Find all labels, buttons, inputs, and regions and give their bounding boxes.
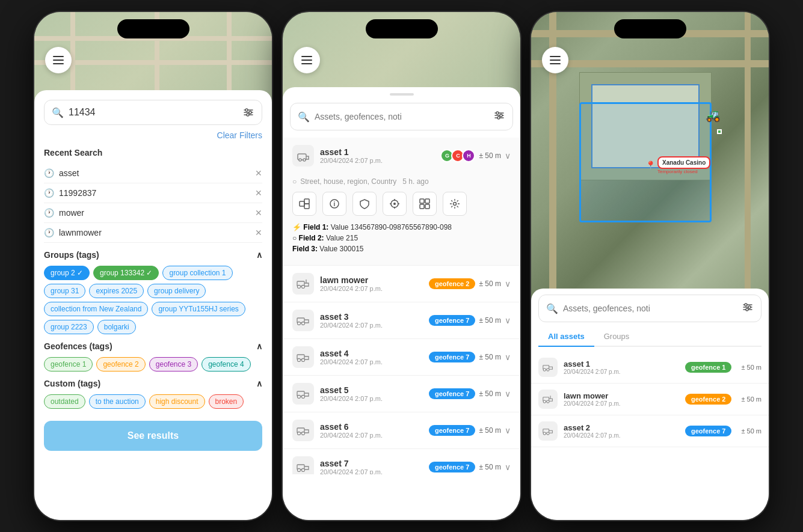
svg-rect-42 [420, 204, 424, 209]
custom-title: Custom (tags) ∧ [44, 379, 262, 388]
recent-remove-lawnmower[interactable]: ✕ [255, 228, 262, 237]
tag-collection-nz[interactable]: collection from New Zealand [44, 302, 148, 316]
svg-point-51 [302, 322, 305, 325]
tab-all-assets[interactable]: All assets [538, 327, 594, 347]
tag-outdated[interactable]: outdated [44, 394, 85, 409]
recent-item-lawnmower[interactable]: 🕐 lawnmower ✕ [44, 223, 262, 243]
mini-accuracy-asset2: ± 50 m [741, 427, 761, 435]
svg-point-25 [497, 117, 500, 119]
expanded-details-asset1: ○ Street, house, region, Country 5 h. ag… [292, 173, 511, 258]
result-date-asset6: 20/04/2024 2:07 p.m. [320, 432, 423, 439]
result-item-asset5[interactable]: asset 5 20/04/2024 2:07 p.m. geofence 7 … [283, 376, 520, 412]
svg-rect-41 [425, 199, 429, 203]
recent-item-11992837[interactable]: 🕐 11992837 ✕ [44, 183, 262, 203]
accuracy-asset7: ± 50 m [479, 463, 501, 471]
avatar-h: H [462, 149, 475, 162]
recent-remove-mower[interactable]: ✕ [255, 208, 262, 218]
result-right-asset4: geofence 7 ± 50 m ∨ [429, 352, 511, 362]
action-grid-btn[interactable] [413, 192, 437, 216]
custom-section: Custom (tags) ∧ outdated to the auction … [44, 379, 262, 409]
result-name-asset7: asset 7 [320, 459, 423, 468]
svg-point-3 [245, 109, 248, 111]
action-info-btn[interactable]: i [322, 192, 346, 216]
search-input-3[interactable] [563, 304, 737, 313]
tag-group-collection1[interactable]: group collection 1 [162, 266, 232, 280]
hamburger-button-2[interactable] [294, 47, 320, 73]
clear-filters-button[interactable]: Clear Filters [217, 130, 262, 140]
custom-collapse-icon[interactable]: ∧ [256, 379, 262, 388]
search-input-1[interactable] [69, 107, 238, 118]
tag-geofence2[interactable]: geofence 2 [96, 357, 145, 371]
result-item-asset1[interactable]: asset 1 20/04/2024 2:07 p.m. G C H ± 50 … [283, 138, 520, 266]
mini-result-asset2[interactable]: asset 2 20/04/2024 2:07 p.m. geofence 7 … [531, 415, 769, 447]
tag-broken[interactable]: broken [209, 394, 244, 409]
tag-geofence3[interactable]: geofence 3 [149, 357, 198, 371]
search-icon-1: 🔍 [52, 107, 64, 118]
action-shapes-btn[interactable] [292, 192, 316, 216]
recent-remove-11992837[interactable]: ✕ [255, 188, 262, 198]
action-settings-btn[interactable] [443, 192, 467, 216]
geofences-collapse-icon[interactable]: ∧ [256, 341, 262, 351]
result-item-lawnmower[interactable]: lawn mower 20/04/2024 2:07 p.m. geofence… [283, 266, 520, 302]
tag-group31[interactable]: group 31 [44, 284, 85, 298]
field2-label: Field 2: [299, 234, 324, 242]
search-filter-panel: 🔍 Clear Filters Recent Search [34, 90, 272, 520]
groups-collapse-icon[interactable]: ∧ [256, 250, 262, 260]
tag-to-auction[interactable]: to the auction [89, 394, 146, 409]
mini-result-lawnmower[interactable]: lawn mower 20/04/2024 2:07 p.m. geofence… [531, 384, 769, 415]
result-item-asset4[interactable]: asset 4 20/04/2024 2:07 p.m. geofence 7 … [283, 339, 520, 376]
hamburger-button-1[interactable] [45, 47, 72, 73]
recent-item-mower[interactable]: 🕐 mower ✕ [44, 203, 262, 223]
action-shield-btn[interactable] [352, 192, 377, 216]
results-panel-2: 🔍 [283, 87, 520, 520]
see-results-button[interactable]: See results [44, 421, 262, 451]
filter-button-1[interactable] [242, 106, 254, 118]
tag-group2[interactable]: group 2 ✓ [44, 266, 90, 280]
tab-groups[interactable]: Groups [594, 327, 639, 346]
recent-item-asset[interactable]: 🕐 asset ✕ [44, 164, 262, 183]
svg-rect-29 [300, 201, 304, 206]
results-panel-3: 🔍 All assets Groups [531, 289, 769, 520]
tag-group-delivery[interactable]: group delivery [147, 284, 206, 298]
result-date-asset7: 20/04/2024 2:07 p.m. [320, 468, 423, 474]
search-input-2[interactable] [315, 112, 488, 121]
location-icon-asset1: ○ [292, 177, 297, 186]
svg-point-27 [299, 159, 301, 161]
hamburger-button-3[interactable] [542, 47, 568, 73]
tag-group2223[interactable]: group 2223 [44, 320, 94, 334]
result-info-asset4: asset 4 20/04/2024 2:07 p.m. [320, 349, 423, 365]
chevron-asset7: ∨ [505, 462, 511, 472]
tag-geofence1[interactable]: geofence 1 [44, 357, 93, 371]
result-right-asset6: geofence 7 ± 50 m ∨ [429, 425, 511, 436]
tag-group133342[interactable]: group 133342 ✓ [93, 266, 159, 280]
svg-point-85 [543, 368, 546, 371]
tag-expires2025[interactable]: expires 2025 [89, 284, 144, 298]
phone-3: 📍 Xanadu Casino Temporarily closed 🚜 🔍 [531, 12, 769, 520]
hamburger-icon-3 [550, 56, 561, 64]
tag-high-discount[interactable]: high discount [149, 394, 205, 409]
tag-geofence4[interactable]: geofence 4 [202, 357, 250, 371]
recent-remove-asset[interactable]: ✕ [255, 168, 262, 178]
svg-point-81 [745, 304, 747, 306]
svg-point-47 [302, 286, 305, 289]
result-info-asset7: asset 7 20/04/2024 2:07 p.m. [320, 459, 423, 474]
geofence-tag-lawnmower: geofence 2 [429, 278, 475, 289]
geofence-tag-asset7: geofence 7 [429, 462, 475, 472]
filter-button-3[interactable] [742, 301, 754, 316]
result-item-asset6[interactable]: asset 6 20/04/2024 2:07 p.m. geofence 7 … [283, 412, 520, 449]
svg-rect-40 [420, 199, 424, 203]
accuracy-asset4: ± 50 m [479, 353, 501, 361]
result-item-asset7[interactable]: asset 7 20/04/2024 2:07 p.m. geofence 7 … [283, 449, 520, 474]
svg-point-50 [298, 322, 301, 325]
svg-point-53 [298, 359, 301, 362]
svg-point-28 [303, 159, 306, 161]
tag-bolgarki[interactable]: bolgarki [97, 320, 136, 334]
action-target-btn[interactable] [383, 192, 407, 216]
recent-label-11992837: 11992837 [59, 188, 250, 198]
mini-result-asset1[interactable]: asset 1 20/04/2024 2:07 p.m. geofence 1 … [531, 352, 769, 384]
filter-button-2[interactable] [493, 109, 505, 124]
tag-group-yytu[interactable]: group YYTu155HJ series [152, 302, 245, 316]
mini-info-lawnmower: lawn mower 20/04/2024 2:07 p.m. [564, 391, 679, 407]
result-item-asset3[interactable]: asset 3 20/04/2024 2:07 p.m. geofence 7 … [283, 302, 520, 339]
accuracy-asset1: ± 50 m [479, 151, 501, 160]
